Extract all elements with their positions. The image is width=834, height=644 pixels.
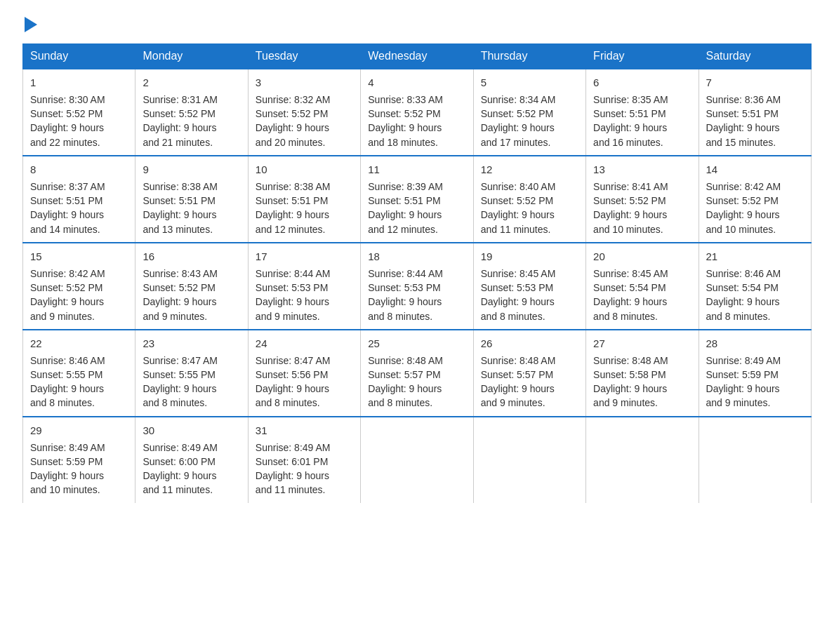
day-number: 26 xyxy=(481,336,578,351)
sunset-text: Sunset: 5:59 PM xyxy=(30,456,103,467)
sunrise-text: Sunrise: 8:39 AM xyxy=(368,181,443,192)
calendar-cell: 2Sunrise: 8:31 AMSunset: 5:52 PMDaylight… xyxy=(135,69,248,156)
calendar-table: SundayMondayTuesdayWednesdayThursdayFrid… xyxy=(22,43,812,503)
sunrise-text: Sunrise: 8:45 AM xyxy=(593,268,668,279)
day-number: 22 xyxy=(30,336,128,351)
calendar-cell: 24Sunrise: 8:47 AMSunset: 5:56 PMDayligh… xyxy=(248,330,360,417)
sunrise-text: Sunrise: 8:47 AM xyxy=(143,355,218,366)
day-number: 16 xyxy=(143,249,240,264)
calendar-cell: 4Sunrise: 8:33 AMSunset: 5:52 PMDaylight… xyxy=(361,69,473,156)
daylight-text: Daylight: 9 hoursand 15 minutes. xyxy=(706,122,780,147)
sunrise-text: Sunrise: 8:45 AM xyxy=(481,268,556,279)
daylight-text: Daylight: 9 hoursand 8 minutes. xyxy=(30,383,104,408)
sunrise-text: Sunrise: 8:47 AM xyxy=(256,355,331,366)
sunrise-text: Sunrise: 8:34 AM xyxy=(481,94,556,105)
sunrise-text: Sunrise: 8:49 AM xyxy=(706,355,781,366)
sunset-text: Sunset: 6:01 PM xyxy=(256,456,329,467)
header-friday: Friday xyxy=(586,44,699,69)
header-monday: Monday xyxy=(135,44,248,69)
calendar-cell: 26Sunrise: 8:48 AMSunset: 5:57 PMDayligh… xyxy=(473,330,585,417)
daylight-text: Daylight: 9 hoursand 8 minutes. xyxy=(368,383,442,408)
sunrise-text: Sunrise: 8:44 AM xyxy=(368,268,443,279)
sunrise-text: Sunrise: 8:36 AM xyxy=(706,94,781,105)
calendar-cell: 29Sunrise: 8:49 AMSunset: 5:59 PMDayligh… xyxy=(23,417,135,503)
page-header xyxy=(22,17,812,32)
calendar-cell: 18Sunrise: 8:44 AMSunset: 5:53 PMDayligh… xyxy=(361,243,473,330)
sunset-text: Sunset: 5:56 PM xyxy=(256,369,329,380)
calendar-cell xyxy=(361,417,473,503)
calendar-cell: 13Sunrise: 8:41 AMSunset: 5:52 PMDayligh… xyxy=(586,156,699,243)
daylight-text: Daylight: 9 hoursand 14 minutes. xyxy=(30,209,104,234)
sunset-text: Sunset: 5:52 PM xyxy=(30,282,103,293)
daylight-text: Daylight: 9 hoursand 9 minutes. xyxy=(593,383,667,408)
calendar-cell: 20Sunrise: 8:45 AMSunset: 5:54 PMDayligh… xyxy=(586,243,699,330)
calendar-cell: 5Sunrise: 8:34 AMSunset: 5:52 PMDaylight… xyxy=(473,69,585,156)
daylight-text: Daylight: 9 hoursand 13 minutes. xyxy=(143,209,216,234)
sunset-text: Sunset: 5:52 PM xyxy=(30,108,103,119)
day-number: 23 xyxy=(143,336,240,351)
day-number: 1 xyxy=(30,75,128,90)
sunset-text: Sunset: 5:51 PM xyxy=(30,195,103,206)
sunset-text: Sunset: 5:52 PM xyxy=(143,108,216,119)
calendar-cell: 7Sunrise: 8:36 AMSunset: 5:51 PMDaylight… xyxy=(699,69,811,156)
sunset-text: Sunset: 5:57 PM xyxy=(481,369,554,380)
sunset-text: Sunset: 5:53 PM xyxy=(256,282,329,293)
daylight-text: Daylight: 9 hoursand 10 minutes. xyxy=(593,209,667,234)
daylight-text: Daylight: 9 hoursand 11 minutes. xyxy=(256,470,329,495)
day-number: 11 xyxy=(368,162,465,177)
calendar-cell: 16Sunrise: 8:43 AMSunset: 5:52 PMDayligh… xyxy=(135,243,248,330)
calendar-cell: 30Sunrise: 8:49 AMSunset: 6:00 PMDayligh… xyxy=(135,417,248,503)
day-number: 9 xyxy=(143,162,240,177)
sunrise-text: Sunrise: 8:43 AM xyxy=(143,268,218,279)
daylight-text: Daylight: 9 hoursand 9 minutes. xyxy=(481,383,555,408)
calendar-cell: 14Sunrise: 8:42 AMSunset: 5:52 PMDayligh… xyxy=(699,156,811,243)
sunset-text: Sunset: 5:51 PM xyxy=(368,195,441,206)
sunrise-text: Sunrise: 8:38 AM xyxy=(143,181,218,192)
day-number: 27 xyxy=(593,336,691,351)
sunset-text: Sunset: 5:52 PM xyxy=(481,108,554,119)
day-number: 8 xyxy=(30,162,128,177)
sunset-text: Sunset: 5:52 PM xyxy=(706,195,779,206)
day-number: 29 xyxy=(30,423,128,438)
calendar-cell: 27Sunrise: 8:48 AMSunset: 5:58 PMDayligh… xyxy=(586,330,699,417)
sunrise-text: Sunrise: 8:40 AM xyxy=(481,181,556,192)
calendar-cell: 8Sunrise: 8:37 AMSunset: 5:51 PMDaylight… xyxy=(23,156,135,243)
sunset-text: Sunset: 5:52 PM xyxy=(143,282,216,293)
calendar-cell: 12Sunrise: 8:40 AMSunset: 5:52 PMDayligh… xyxy=(473,156,585,243)
calendar-cell: 11Sunrise: 8:39 AMSunset: 5:51 PMDayligh… xyxy=(361,156,473,243)
day-number: 31 xyxy=(256,423,353,438)
calendar-cell: 22Sunrise: 8:46 AMSunset: 5:55 PMDayligh… xyxy=(23,330,135,417)
sunrise-text: Sunrise: 8:44 AM xyxy=(256,268,331,279)
sunrise-text: Sunrise: 8:33 AM xyxy=(368,94,443,105)
day-number: 2 xyxy=(143,75,240,90)
day-number: 19 xyxy=(481,249,578,264)
daylight-text: Daylight: 9 hoursand 21 minutes. xyxy=(143,122,216,147)
daylight-text: Daylight: 9 hoursand 12 minutes. xyxy=(368,209,442,234)
daylight-text: Daylight: 9 hoursand 8 minutes. xyxy=(593,296,667,321)
sunset-text: Sunset: 5:51 PM xyxy=(706,108,779,119)
sunrise-text: Sunrise: 8:31 AM xyxy=(143,94,218,105)
calendar-header-row: SundayMondayTuesdayWednesdayThursdayFrid… xyxy=(23,44,812,69)
day-number: 17 xyxy=(256,249,353,264)
day-number: 5 xyxy=(481,75,578,90)
sunrise-text: Sunrise: 8:42 AM xyxy=(706,181,781,192)
calendar-cell: 28Sunrise: 8:49 AMSunset: 5:59 PMDayligh… xyxy=(699,330,811,417)
day-number: 25 xyxy=(368,336,465,351)
calendar-cell xyxy=(699,417,811,503)
header-saturday: Saturday xyxy=(699,44,811,69)
calendar-cell: 6Sunrise: 8:35 AMSunset: 5:51 PMDaylight… xyxy=(586,69,699,156)
day-number: 18 xyxy=(368,249,465,264)
sunrise-text: Sunrise: 8:32 AM xyxy=(256,94,331,105)
calendar-cell: 15Sunrise: 8:42 AMSunset: 5:52 PMDayligh… xyxy=(23,243,135,330)
logo-arrow-icon xyxy=(25,17,37,32)
daylight-text: Daylight: 9 hoursand 10 minutes. xyxy=(30,470,104,495)
sunrise-text: Sunrise: 8:46 AM xyxy=(706,268,781,279)
day-number: 24 xyxy=(256,336,353,351)
day-number: 3 xyxy=(256,75,353,90)
sunset-text: Sunset: 5:59 PM xyxy=(706,369,779,380)
day-number: 6 xyxy=(593,75,691,90)
day-number: 30 xyxy=(143,423,240,438)
sunrise-text: Sunrise: 8:42 AM xyxy=(30,268,105,279)
sunset-text: Sunset: 5:58 PM xyxy=(593,369,666,380)
sunset-text: Sunset: 5:57 PM xyxy=(368,369,441,380)
